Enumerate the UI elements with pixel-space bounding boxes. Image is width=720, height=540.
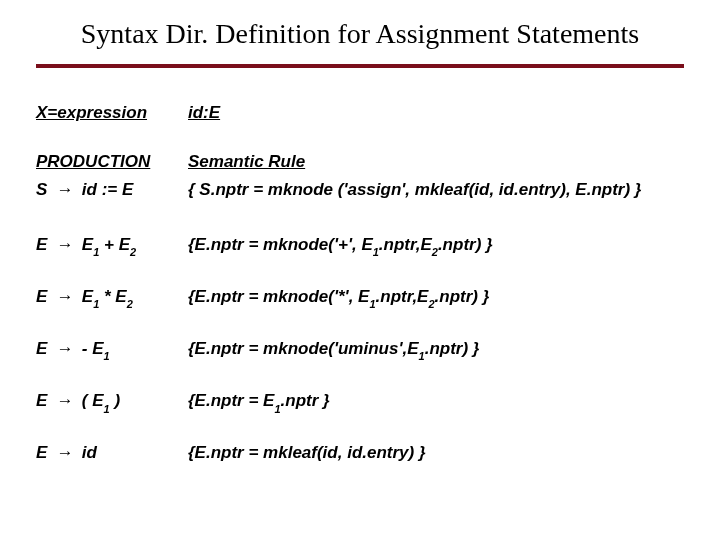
- rule-row: E → ( E1 ){E.nptr = E1.nptr }: [36, 390, 684, 414]
- rule-row: E → E1 + E2{E.nptr = mknode('+', E1.nptr…: [36, 234, 684, 258]
- x-expression-label: X=expression: [36, 102, 188, 123]
- production-cell: E → ( E1 ): [36, 390, 188, 414]
- content-area: X=expression id:E PRODUCTION Semantic Ru…: [36, 102, 684, 464]
- semantic-cell: {E.nptr = mknode('*', E1.nptr,E2.nptr) }: [188, 286, 684, 310]
- arrow-icon: →: [52, 180, 77, 199]
- arrow-icon: →: [52, 443, 77, 462]
- rule-row: S → id := E{ S.nptr = mknode ('assign', …: [36, 179, 684, 200]
- slide: Syntax Dir. Definition for Assignment St…: [0, 0, 720, 540]
- rules-list: S → id := E{ S.nptr = mknode ('assign', …: [36, 179, 684, 464]
- header-semantic: Semantic Rule: [188, 151, 684, 172]
- production-cell: E → E1 + E2: [36, 234, 188, 258]
- semantic-cell: {E.nptr = mknode('uminus',E1.nptr) }: [188, 338, 684, 362]
- rule-row: E → E1 * E2{E.nptr = mknode('*', E1.nptr…: [36, 286, 684, 310]
- x-expression-value: id:E: [188, 102, 684, 123]
- rule-row: E → - E1{E.nptr = mknode('uminus',E1.npt…: [36, 338, 684, 362]
- arrow-icon: →: [52, 287, 77, 306]
- semantic-cell: { S.nptr = mknode ('assign', mkleaf(id, …: [188, 179, 684, 200]
- rule-row: E → id{E.nptr = mkleaf(id, id.entry) }: [36, 442, 684, 463]
- arrow-icon: →: [52, 235, 77, 254]
- semantic-cell: {E.nptr = mkleaf(id, id.entry) }: [188, 442, 684, 463]
- production-cell: E → E1 * E2: [36, 286, 188, 310]
- arrow-icon: →: [52, 391, 77, 410]
- x-line-row: X=expression id:E: [36, 102, 684, 123]
- semantic-cell: {E.nptr = mknode('+', E1.nptr,E2.nptr) }: [188, 234, 684, 258]
- production-cell: S → id := E: [36, 179, 188, 200]
- semantic-cell: {E.nptr = E1.nptr }: [188, 390, 684, 414]
- arrow-icon: →: [52, 339, 77, 358]
- page-title: Syntax Dir. Definition for Assignment St…: [36, 18, 684, 50]
- production-cell: E → id: [36, 442, 188, 463]
- header-row: PRODUCTION Semantic Rule: [36, 151, 684, 172]
- header-production: PRODUCTION: [36, 151, 188, 172]
- production-cell: E → - E1: [36, 338, 188, 362]
- title-underline: [36, 64, 684, 68]
